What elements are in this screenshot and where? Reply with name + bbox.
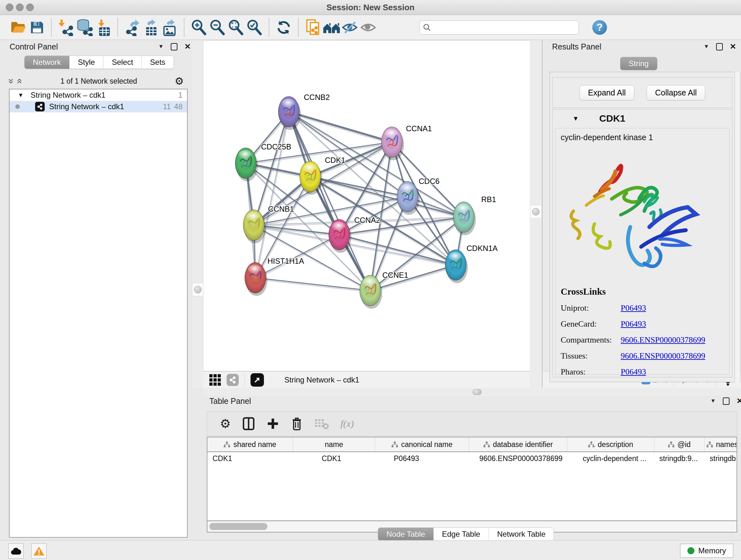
import-network-file-button[interactable] bbox=[57, 18, 75, 37]
close-panel-icon[interactable]: ✕ bbox=[737, 397, 741, 405]
panel-menu-caret-icon[interactable]: ▼ bbox=[711, 398, 716, 404]
import-network-icon bbox=[58, 19, 74, 36]
table-row[interactable]: CDK1 CDK1 P06493 9606.ENSP00000378699 cy… bbox=[207, 452, 737, 465]
collapse-all-networks-icon[interactable]: « bbox=[15, 78, 25, 84]
node-CDKN1A[interactable] bbox=[445, 250, 468, 283]
column-header-canonical-name[interactable]: canonical name bbox=[375, 437, 469, 451]
export-table-file-button[interactable] bbox=[142, 18, 160, 37]
crosslink-tissues-link[interactable]: 9606.ENSP00000378699 bbox=[621, 351, 705, 361]
results-scrollbar[interactable] bbox=[735, 72, 740, 382]
birds-eye-grid-icon[interactable] bbox=[209, 374, 221, 386]
zoom-fit-button[interactable] bbox=[226, 18, 245, 37]
tab-edge-table[interactable]: Edge Table bbox=[433, 528, 488, 541]
scrollbar-thumb[interactable] bbox=[209, 523, 267, 530]
close-panel-icon[interactable]: ✕ bbox=[185, 43, 191, 51]
right-splitter-handle[interactable] bbox=[530, 205, 542, 219]
collection-expander-icon[interactable]: ▼ bbox=[18, 92, 23, 99]
float-panel-icon[interactable] bbox=[716, 43, 723, 51]
search-input[interactable] bbox=[431, 23, 569, 32]
memory-button[interactable]: Memory bbox=[680, 544, 733, 558]
column-header-shared-name[interactable]: shared name bbox=[207, 437, 293, 451]
edge-HIST1H1A-CCNE1[interactable] bbox=[255, 278, 370, 291]
add-column-plus-icon[interactable] bbox=[266, 417, 279, 430]
detach-view-button[interactable] bbox=[251, 373, 264, 387]
show-columns-icon[interactable] bbox=[242, 417, 255, 431]
node-HIST1H1A[interactable] bbox=[245, 262, 267, 296]
zoom-in-button[interactable] bbox=[190, 18, 208, 37]
results-panel: Results Panel ▼ ✕ String Expand All Coll… bbox=[542, 42, 741, 382]
float-panel-icon[interactable] bbox=[171, 43, 178, 51]
node-label-CDC6: CDC6 bbox=[419, 177, 440, 186]
import-network-database-button[interactable] bbox=[75, 18, 94, 37]
left-splitter[interactable] bbox=[192, 40, 203, 388]
close-panel-icon[interactable]: ✕ bbox=[730, 43, 736, 51]
float-panel-icon[interactable] bbox=[723, 397, 730, 405]
node-result-header[interactable]: ▼ CDK1 bbox=[553, 110, 732, 127]
network-canvas[interactable]: CCNB2CCNA1CDC25BCDK1CDC6RB1CCNB1CCNA2CDK… bbox=[203, 40, 537, 371]
table-panel: Table Panel ▼ ✕ ⚙ f(x) shared name n bbox=[203, 396, 741, 543]
crosslink-uniprot-link[interactable]: P06493 bbox=[621, 303, 646, 313]
panel-menu-caret-icon[interactable]: ▼ bbox=[704, 44, 709, 50]
help-button[interactable]: ? bbox=[592, 20, 607, 35]
warning-triangle-icon bbox=[33, 546, 45, 556]
tab-style[interactable]: Style bbox=[69, 56, 103, 69]
open-session-button[interactable] bbox=[9, 18, 27, 37]
right-splitter[interactable] bbox=[530, 40, 542, 388]
panel-menu-caret-icon[interactable]: ▼ bbox=[158, 44, 164, 50]
hide-selected-button[interactable] bbox=[341, 18, 359, 37]
crosslink-pharos-link[interactable]: P06493 bbox=[621, 367, 646, 377]
delete-column-trash-icon[interactable] bbox=[291, 417, 303, 431]
tab-sets[interactable]: Sets bbox=[141, 56, 174, 69]
edge-CCNB2-HIST1H1A[interactable] bbox=[255, 112, 289, 278]
tab-string[interactable]: String bbox=[620, 57, 657, 70]
cloud-status-button[interactable] bbox=[8, 543, 23, 559]
export-image-button[interactable] bbox=[160, 18, 179, 37]
horizontal-splitter-handle[interactable] bbox=[473, 389, 482, 395]
column-header-database-identifier[interactable]: database identifier bbox=[469, 437, 567, 451]
node-CCNB2[interactable] bbox=[278, 97, 301, 130]
network-collection-row[interactable]: ▼ String Network – cdk1 1 bbox=[10, 89, 187, 101]
table-settings-gear-icon[interactable]: ⚙ bbox=[220, 417, 231, 431]
column-header-description[interactable]: description bbox=[567, 437, 654, 451]
tab-node-table[interactable]: Node Table bbox=[378, 528, 433, 541]
tab-network-table[interactable]: Network Table bbox=[488, 528, 554, 541]
show-all-button[interactable] bbox=[359, 18, 378, 37]
collapse-entry-icon[interactable]: ▼ bbox=[572, 115, 579, 122]
tab-select[interactable]: Select bbox=[103, 56, 141, 69]
network-options-gear-icon[interactable]: ⚙ bbox=[175, 75, 184, 87]
zoom-selected-button[interactable] bbox=[245, 18, 264, 37]
copy-style-button[interactable] bbox=[304, 18, 322, 37]
node-CDC6[interactable] bbox=[397, 181, 420, 215]
zoom-out-button[interactable] bbox=[208, 18, 226, 37]
control-panel-title: Control Panel bbox=[10, 42, 58, 51]
import-table-file-button[interactable] bbox=[94, 18, 112, 37]
expand-all-button[interactable]: Expand All bbox=[580, 85, 634, 100]
warnings-button[interactable] bbox=[31, 543, 47, 559]
column-header-name[interactable]: name bbox=[293, 437, 375, 451]
node-table[interactable]: shared name name canonical name database… bbox=[207, 437, 737, 521]
export-table-icon bbox=[143, 19, 159, 36]
node-RB1[interactable] bbox=[453, 202, 476, 235]
column-header-namespace[interactable]: namespace bbox=[704, 437, 737, 451]
home-layout-button[interactable] bbox=[322, 18, 341, 37]
network-graph[interactable]: CCNB2CCNA1CDC25BCDK1CDC6RB1CCNB1CCNA2CDK… bbox=[203, 41, 537, 371]
node-CCNB1[interactable] bbox=[243, 210, 266, 243]
export-network-file-button[interactable] bbox=[123, 18, 142, 37]
crosslink-genecard-link[interactable]: P06493 bbox=[621, 319, 646, 329]
horizontal-splitter[interactable] bbox=[203, 388, 741, 396]
node-CCNA2[interactable] bbox=[329, 219, 351, 253]
zoom-selected-icon bbox=[246, 19, 263, 36]
column-header-id[interactable]: @id bbox=[654, 437, 704, 451]
save-session-button[interactable] bbox=[27, 18, 46, 37]
crosslink-label: Compartments: bbox=[561, 335, 621, 345]
network-view-type-icon[interactable] bbox=[226, 374, 239, 386]
left-splitter-handle[interactable] bbox=[192, 283, 204, 296]
collapse-all-button[interactable]: Collapse All bbox=[647, 85, 705, 100]
protein-structure-image bbox=[564, 151, 714, 279]
node-CCNE1[interactable] bbox=[360, 275, 382, 309]
edge-CCNA1-CDK1[interactable] bbox=[310, 142, 392, 177]
tab-network[interactable]: Network bbox=[24, 56, 69, 69]
network-row-selected[interactable]: String Network – cdk1 11 48 bbox=[10, 101, 187, 112]
crosslink-compartments-link[interactable]: 9606.ENSP00000378699 bbox=[621, 335, 705, 345]
refresh-button[interactable] bbox=[274, 18, 293, 37]
